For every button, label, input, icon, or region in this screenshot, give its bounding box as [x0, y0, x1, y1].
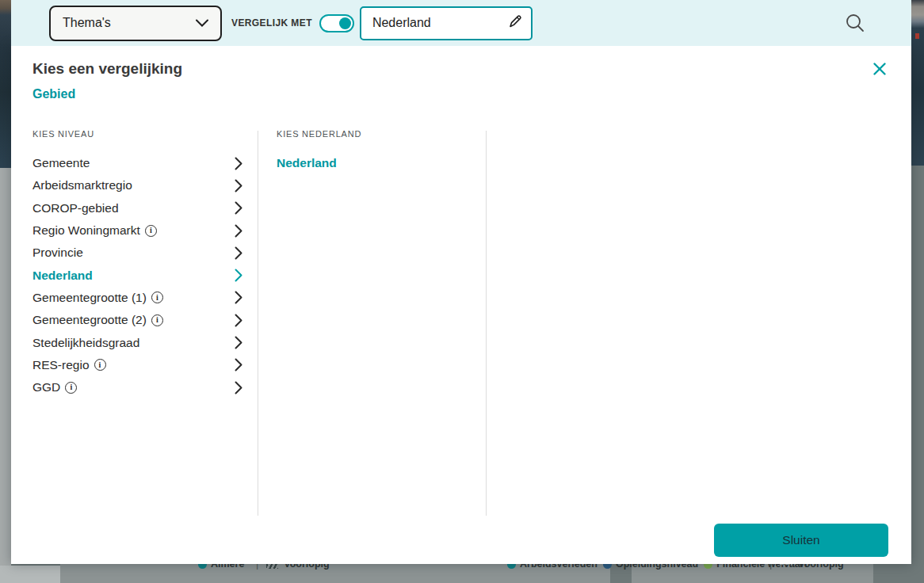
sluiten-button[interactable]: Sluiten — [714, 524, 888, 557]
level-item-label: Provincie — [32, 246, 83, 260]
level-list-item[interactable]: Regio Woningmarkt i — [32, 219, 242, 242]
level-item-label: GGD — [32, 380, 60, 394]
level-item-label: Regio Woningmarkt — [32, 223, 140, 238]
level-column-header: KIES NIVEAU — [32, 129, 242, 139]
selection-column-header: KIES NEDERLAND — [277, 129, 475, 139]
modal-title: Kies een vergelijking — [32, 60, 182, 78]
selection-column: KIES NEDERLAND Nederland — [277, 129, 475, 174]
close-icon — [872, 61, 888, 79]
level-list-item[interactable]: GGD i — [32, 376, 242, 398]
column-divider — [258, 131, 258, 516]
compare-area-input[interactable] — [371, 15, 507, 31]
selection-list: Nederland — [277, 152, 475, 174]
search-button[interactable] — [843, 12, 867, 36]
chevron-right-icon — [235, 291, 242, 304]
chevron-right-icon — [235, 224, 242, 238]
level-list-item[interactable]: Stedelijkheidsgraad — [32, 331, 242, 353]
hero-photo-detail — [915, 33, 919, 39]
edit-pencil-icon[interactable] — [507, 13, 523, 32]
level-item-label: Arbeidsmarktregio — [32, 178, 132, 192]
hero-photo-left-edge — [0, 0, 11, 168]
chevron-right-icon — [235, 336, 242, 349]
compare-toggle[interactable] — [319, 14, 354, 32]
level-item-label: Gemeente — [32, 156, 90, 170]
level-list-item[interactable]: Gemeente — [32, 152, 242, 174]
tab-gebied[interactable]: Gebied — [32, 87, 75, 101]
level-list-item[interactable]: Arbeidsmarktregio — [32, 174, 242, 196]
info-icon[interactable]: i — [151, 314, 163, 326]
selection-list-item[interactable]: Nederland — [277, 152, 475, 174]
level-list-item[interactable]: Provincie — [32, 242, 242, 264]
topbar: Thema's VERGELIJK MET — [11, 0, 911, 46]
hero-photo-right-edge — [911, 0, 924, 166]
chevron-right-icon — [235, 269, 242, 282]
search-icon — [845, 13, 865, 36]
chevron-right-icon — [235, 179, 242, 192]
level-list: Gemeente Arbeidsmarktregio — [32, 152, 242, 398]
info-icon[interactable]: i — [94, 359, 106, 371]
level-item-label: Stedelijkheidsgraad — [32, 336, 139, 350]
chevron-right-icon — [235, 358, 242, 372]
level-item-label: RES-regio — [32, 358, 90, 372]
dimmed-bottom-left-block — [0, 566, 60, 583]
level-list-item[interactable]: COROP-gebied — [32, 197, 242, 219]
info-icon[interactable]: i — [145, 225, 157, 237]
info-icon[interactable]: i — [151, 292, 163, 303]
level-item-label: Gemeentegrootte (2) — [32, 313, 147, 327]
themes-dropdown[interactable]: Thema's — [49, 6, 222, 41]
chevron-right-icon — [235, 246, 242, 260]
chevron-right-icon — [235, 381, 242, 394]
compare-with-label: VERGELIJK MET — [231, 17, 312, 29]
selection-item-label: Nederland — [277, 156, 337, 170]
themes-dropdown-label: Thema's — [63, 16, 111, 30]
dimmed-right-margin — [911, 166, 924, 583]
chevron-down-icon — [196, 16, 208, 30]
level-list-item[interactable]: RES-regio i — [32, 354, 242, 376]
level-list-item[interactable]: Nederland — [32, 264, 242, 286]
toggle-knob — [339, 17, 351, 29]
info-icon[interactable]: i — [65, 382, 77, 394]
modal-close-button[interactable] — [869, 59, 891, 81]
dimmed-left-margin — [0, 168, 11, 583]
comparison-modal: Kies een vergelijking Gebied KIES NIVEAU… — [11, 46, 911, 564]
level-column: KIES NIVEAU Gemeente Arbeidsmarktregio — [32, 129, 242, 398]
chevron-right-icon — [235, 314, 242, 327]
compare-area-inputbox — [360, 6, 533, 40]
chevron-right-icon — [235, 201, 242, 215]
level-item-label: Nederland — [32, 269, 93, 283]
level-list-item[interactable]: Gemeentegrootte (2) i — [32, 309, 242, 331]
level-item-label: Gemeentegrootte (1) — [32, 291, 147, 305]
level-list-item[interactable]: Gemeentegrootte (1) i — [32, 287, 242, 309]
level-item-label: COROP-gebied — [32, 201, 119, 215]
chevron-right-icon — [235, 157, 242, 170]
column-divider — [486, 131, 487, 516]
